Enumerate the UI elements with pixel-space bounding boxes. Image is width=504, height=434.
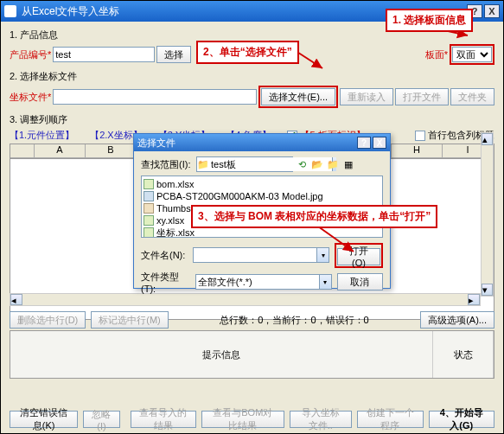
grid-header[interactable]: B xyxy=(86,144,137,158)
bottom-bar: 清空错误信息(K) 忽略(I) 查看导入的结果 查看与BOM对比结果 导入坐标文… xyxy=(1,405,503,433)
file-dialog-close-button[interactable]: X xyxy=(373,137,386,149)
chevron-down-icon[interactable]: ▾ xyxy=(316,248,329,262)
section3-label: 3. 调整列顺序 xyxy=(10,113,494,126)
start-import-button[interactable]: 4、开始导入(G) xyxy=(429,411,494,428)
jpg-icon xyxy=(144,191,154,201)
annotation-3: 3、选择与 BOM 表相对应的坐标数据，单击“打开” xyxy=(191,205,437,228)
side-select[interactable]: 双面 xyxy=(452,47,492,62)
product-number-label: 产品编号* xyxy=(10,48,51,61)
lookin-label: 查找范围(I): xyxy=(141,158,195,171)
grid-header[interactable]: A xyxy=(35,144,86,158)
file-dialog-title: 选择文件 xyxy=(137,137,355,150)
views-icon[interactable]: ▦ xyxy=(341,157,355,171)
xlsx-icon xyxy=(144,227,154,238)
scroll-left-button[interactable]: ◂ xyxy=(10,294,22,305)
file-dialog-help-button[interactable]: ? xyxy=(357,137,371,149)
side-label: 板面* xyxy=(425,48,448,61)
open-file-button[interactable]: 打开文件 xyxy=(395,88,449,105)
import-coord-button[interactable]: 导入坐标文件.. xyxy=(290,411,353,428)
view-bom-compare-button[interactable]: 查看与BOM对比结果 xyxy=(201,411,284,428)
scroll-down-button[interactable]: ▾ xyxy=(482,284,493,296)
dialog-cancel-button[interactable]: 取消 xyxy=(337,273,383,290)
info-panel: 提示信息 状态 xyxy=(10,330,494,379)
folder-button[interactable]: 文件夹 xyxy=(450,88,494,105)
filename-combo[interactable]: ▾ xyxy=(193,247,329,263)
advanced-options-button[interactable]: 高级选项(A)... xyxy=(420,311,494,329)
scroll-right-button[interactable]: ▸ xyxy=(468,294,480,305)
vertical-scrollbar[interactable]: ▴ ▾ xyxy=(481,132,494,297)
choose-file-button[interactable]: 选择文件(E)... xyxy=(261,88,335,105)
col1-label[interactable]: 【1.元件位置】 xyxy=(10,129,74,142)
back-icon[interactable]: ⟲ xyxy=(295,157,309,171)
lookin-combo[interactable]: 📁 ▾ xyxy=(196,156,293,172)
coord-file-input[interactable] xyxy=(53,89,257,105)
view-result-button[interactable]: 查看导入的结果 xyxy=(131,411,196,428)
db-icon xyxy=(144,203,154,214)
create-next-button[interactable]: 创建下一个程序 xyxy=(357,411,423,428)
filename-label: 文件名(N): xyxy=(141,249,191,262)
coord-file-label: 坐标文件* xyxy=(10,91,51,104)
up-folder-icon[interactable]: 📂 xyxy=(310,157,324,171)
delete-selected-button[interactable]: 删除选中行(D) xyxy=(10,311,86,329)
app-icon xyxy=(4,5,16,17)
filetype-input[interactable] xyxy=(196,275,319,289)
file-item[interactable]: bom.xlsx xyxy=(144,178,380,190)
xlsx-icon xyxy=(144,215,154,226)
filetype-label: 文件类型(T): xyxy=(141,271,194,294)
status-column-label: 状态 xyxy=(454,348,473,361)
xlsx-icon xyxy=(144,179,154,189)
info-column-label: 提示信息 xyxy=(202,348,240,361)
chevron-down-icon[interactable]: ▾ xyxy=(319,275,331,289)
scroll-up-button[interactable]: ▴ xyxy=(482,133,493,145)
filetype-combo[interactable]: ▾ xyxy=(195,274,332,290)
grid-header[interactable]: H xyxy=(392,144,443,158)
reload-button[interactable]: 重新读入 xyxy=(340,88,393,105)
annotation-2: 2、单击“选择文件” xyxy=(196,41,299,64)
filename-input[interactable] xyxy=(194,248,316,262)
file-dialog-titlebar: 选择文件 ? X xyxy=(134,134,390,151)
ignore-button[interactable]: 忽略(I) xyxy=(83,411,120,428)
first-row-header-checkbox[interactable] xyxy=(415,131,425,141)
grid-corner xyxy=(10,144,35,158)
annotation-1: 1. 选择板面信息 xyxy=(386,9,473,32)
section2-label: 2. 选择坐标文件 xyxy=(10,70,494,83)
row-counter-label: 总行数：0，当前行：0，错误行：0 xyxy=(220,314,368,327)
product-number-input[interactable] xyxy=(53,47,155,62)
mark-selected-button[interactable]: 标记选中行(M) xyxy=(91,311,169,329)
new-folder-icon[interactable]: 📁 xyxy=(326,157,340,171)
select-product-button[interactable]: 选择 xyxy=(156,46,191,63)
close-button[interactable]: X xyxy=(484,4,500,18)
clear-errors-button[interactable]: 清空错误信息(K) xyxy=(10,411,78,428)
file-item[interactable]: PCBA-ST200GM000AKM-03 Model.jpg xyxy=(144,190,380,202)
dialog-open-button[interactable]: 打开(O) xyxy=(337,248,380,265)
